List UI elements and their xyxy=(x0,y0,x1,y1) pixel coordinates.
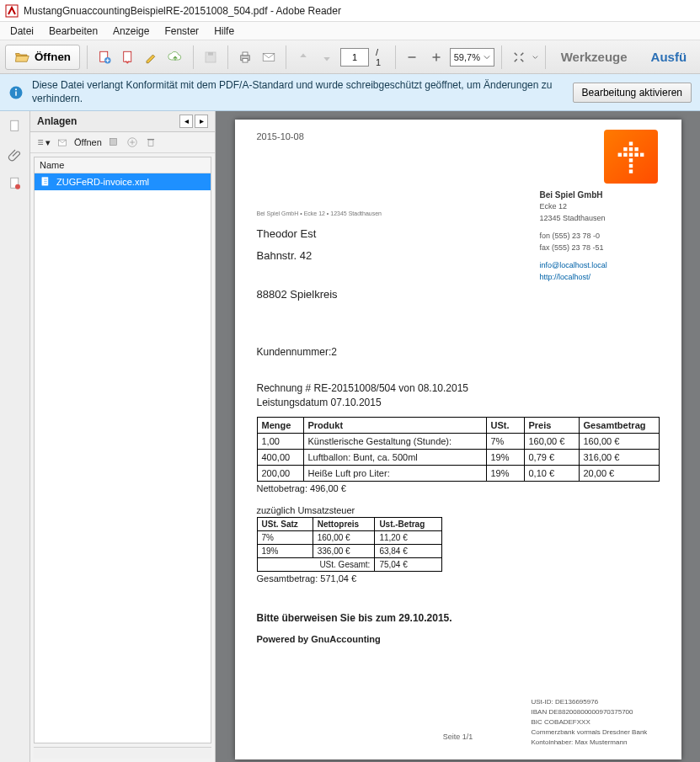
panel-prev-button[interactable]: ◂ xyxy=(179,115,193,128)
zoom-in-button[interactable] xyxy=(426,45,446,69)
add-attachment-icon[interactable] xyxy=(126,136,139,149)
tools-pane[interactable]: Werkzeuge xyxy=(553,45,636,69)
th-net: Nettopreis xyxy=(313,517,375,530)
open-button[interactable]: Öffnen xyxy=(5,45,80,70)
svg-rect-34 xyxy=(628,153,632,157)
panel-next-button[interactable]: ▸ xyxy=(195,115,208,128)
sign-pane[interactable]: Ausfü xyxy=(643,45,696,69)
powered-by: Powered by GnuAccounting xyxy=(257,634,660,644)
svg-rect-14 xyxy=(15,91,17,95)
svg-rect-3 xyxy=(124,51,131,61)
zoom-out-button[interactable] xyxy=(402,45,422,69)
svg-rect-21 xyxy=(38,144,43,145)
th-prod: Produkt xyxy=(303,417,486,433)
table-row: 1,00 Künstlerische Gestaltung (Stunde): … xyxy=(257,433,659,449)
svg-rect-30 xyxy=(628,147,632,151)
net-amount: Nettobetrag: 496,00 € xyxy=(257,483,660,493)
sign-button[interactable] xyxy=(142,45,162,69)
page-prev-button[interactable] xyxy=(293,45,313,69)
upload-button[interactable] xyxy=(165,45,185,69)
page-count: / 1 xyxy=(372,47,387,67)
arrow-up-icon xyxy=(296,50,311,65)
bic: BIC COBADEFXXX xyxy=(532,717,658,727)
grand-total: Gesamtbetrag: 571,04 € xyxy=(257,573,660,583)
signatures-tab[interactable] xyxy=(5,173,25,194)
th-qty: Menge xyxy=(257,417,303,433)
table-row: USt. Gesamt: 75,04 € xyxy=(257,557,441,571)
open-label: Öffnen xyxy=(35,51,71,63)
tax-label: zuzüglich Umsatzsteuer xyxy=(257,505,660,515)
service-date: Leistungsdatum 07.10.2015 xyxy=(257,396,660,410)
page-ribbon-icon xyxy=(8,176,23,191)
customer-number: Kundennummer:2 xyxy=(257,346,660,358)
svg-rect-38 xyxy=(628,164,632,168)
enable-editing-button[interactable]: Bearbeitung aktivieren xyxy=(573,83,692,103)
delete-attachment-icon[interactable] xyxy=(144,136,158,149)
menu-help[interactable]: Hilfe xyxy=(207,24,241,39)
fit-icon xyxy=(511,50,526,65)
menu-edit[interactable]: Bearbeiten xyxy=(42,24,104,39)
company-street: Ecke 12 xyxy=(540,201,658,213)
options-icon[interactable]: ▾ xyxy=(37,136,51,149)
page-input[interactable] xyxy=(340,48,369,67)
svg-rect-28 xyxy=(628,142,632,146)
save-button[interactable] xyxy=(200,45,220,69)
app-icon xyxy=(5,4,19,18)
th-rate: USt. Satz xyxy=(257,517,313,530)
toolbar: Öffnen / 1 59,7% Werkzeuge Ausfü xyxy=(0,40,700,74)
ustid: USt-ID: DE136695976 xyxy=(532,697,658,707)
zoom-value: 59,7% xyxy=(454,52,480,62)
plus-icon xyxy=(429,50,444,65)
main-area: Anlagen ◂ ▸ ▾ Öffnen Name ZUGFeRD-invoic… xyxy=(0,111,700,762)
pencil-icon xyxy=(144,50,159,65)
table-row: 400,00 Luftballon: Bunt, ca. 500ml 19% 0… xyxy=(257,449,659,465)
svg-rect-23 xyxy=(110,139,116,146)
company-info: Bei Spiel GmbH Ecke 12 12345 Stadthausen… xyxy=(540,189,658,283)
table-row: 7% 160,00 € 11,20 € xyxy=(257,530,441,544)
th-vat: USt. xyxy=(486,417,524,433)
th-amt: Ust.-Betrag xyxy=(375,517,441,530)
convert-icon xyxy=(120,50,136,65)
menu-view[interactable]: Anzeige xyxy=(106,24,156,39)
attachment-row[interactable]: ZUGFeRD-invoice.xml xyxy=(35,173,211,190)
company-fax: fax (555) 23 78 -51 xyxy=(540,242,658,254)
svg-rect-20 xyxy=(38,142,43,143)
fit-button[interactable] xyxy=(509,45,529,69)
attachments-col-name[interactable]: Name xyxy=(35,157,211,173)
company-url: http://localhost/ xyxy=(540,272,658,284)
window-title: MustangGnuaccountingBeispielRE-20151008_… xyxy=(24,5,341,17)
open-attachment-icon[interactable] xyxy=(56,136,69,149)
page-next-button[interactable] xyxy=(317,45,337,69)
side-rail xyxy=(0,111,30,762)
chevron-down-icon xyxy=(484,54,490,61)
menu-window[interactable]: Fenster xyxy=(158,24,206,39)
tool-panes: Werkzeuge Ausfü xyxy=(553,45,695,69)
create-pdf-button[interactable] xyxy=(94,45,115,69)
thumbnails-tab[interactable] xyxy=(5,116,25,136)
recipient-city: 88802 Spielkreis xyxy=(257,284,660,306)
document-viewport[interactable]: 2015-10-08 Bei Spiel GmbH Ecke 12 12345 … xyxy=(216,111,700,762)
attachments-title: Anlagen xyxy=(37,115,77,127)
email-button[interactable] xyxy=(259,45,279,69)
svg-rect-31 xyxy=(634,147,638,151)
save-attachment-icon[interactable] xyxy=(107,136,120,149)
floppy-icon xyxy=(203,50,218,65)
svg-point-18 xyxy=(15,184,20,189)
company-name: Bei Spiel GmbH xyxy=(540,189,658,201)
svg-rect-26 xyxy=(147,139,154,140)
paperclip-icon xyxy=(8,147,23,163)
menu-file[interactable]: Datei xyxy=(3,24,40,39)
attachments-tab[interactable] xyxy=(5,145,25,165)
page-icon xyxy=(8,119,23,134)
folder-open-icon xyxy=(14,50,29,65)
info-text: Diese Datei verlangt Konformität mit dem… xyxy=(32,79,564,105)
attachments-panel: Anlagen ◂ ▸ ▾ Öffnen Name ZUGFeRD-invoic… xyxy=(30,111,216,762)
zoom-select[interactable]: 59,7% xyxy=(450,48,494,67)
attachments-hscroll[interactable] xyxy=(34,747,211,759)
company-email: info@localhost.local xyxy=(540,260,658,272)
chevron-down-icon xyxy=(532,54,538,61)
print-button[interactable] xyxy=(234,45,254,69)
convert-button[interactable] xyxy=(118,45,138,69)
open-attachment-label[interactable]: Öffnen xyxy=(74,137,102,147)
svg-rect-8 xyxy=(243,58,248,62)
